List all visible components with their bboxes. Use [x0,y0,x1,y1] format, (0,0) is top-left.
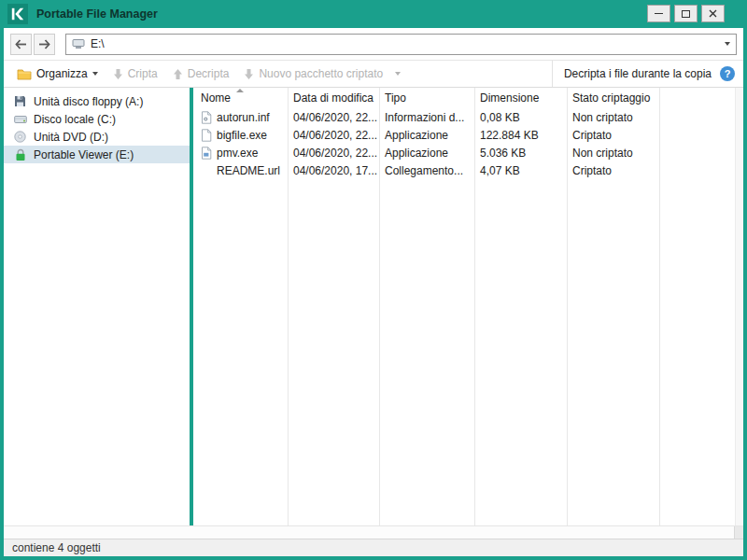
maximize-button[interactable] [674,5,698,22]
file-encryption-status: Criptato [567,164,659,177]
chevron-down-icon [92,72,98,76]
file-encryption-status: Non criptato [567,111,659,124]
encrypt-arrow-down-icon [113,68,123,80]
close-icon [709,9,717,18]
back-arrow-icon [15,39,27,49]
address-text: E:\ [91,37,105,50]
titlebar[interactable]: Portable File Manager [0,0,747,28]
file-row-bigfile-exe[interactable]: bigfile.exe 04/06/2020, 22... Applicazio… [193,126,743,144]
organizza-button[interactable]: Organizza [9,63,106,85]
window-body: E:\ Organizza Cripta Decripta Nuo [4,28,743,556]
column-separator [659,88,660,525]
chevron-down-icon[interactable] [725,42,730,46]
filelist-header: Nome Data di modifica Tipo Dimensione St… [193,88,743,108]
content-area: Unità disco floppy (A:) Disco locale (C:… [4,88,743,525]
column-header-stato-criptaggio[interactable]: Stato criptaggio [567,91,659,105]
dvd-icon [13,131,27,143]
file-row-autorun-inf[interactable]: autorun.inf 04/06/2020, 22... Informazio… [193,108,743,126]
decrypt-arrow-up-icon [173,68,183,80]
nuovo-pacchetto-label: Nuovo pacchetto criptato [259,67,383,80]
drive-icon [72,38,85,49]
decripta-button[interactable]: Decripta [165,63,237,85]
drive-tree: Unità disco floppy (A:) Disco locale (C:… [4,88,190,525]
portable-file-manager-window: Portable File Manager E:\ [0,0,747,560]
config-file-icon [200,111,212,124]
chevron-down-icon [395,72,401,76]
file-name-cell: pmv.exe [193,147,288,160]
decripta-copia-label: Decripta i file durante la copia [564,67,712,80]
file-name: README.url [217,164,280,177]
horizontal-scrollbar[interactable] [4,525,743,539]
column-header-dimensione[interactable]: Dimensione [474,91,567,105]
drive-label: Disco locale (C:) [34,113,116,126]
toolbar: Organizza Cripta Decripta Nuovo pacchett… [4,60,743,88]
sort-ascending-icon [236,89,244,92]
window-title: Portable File Manager [36,7,158,21]
column-header-nome[interactable]: Nome [193,91,288,105]
column-separator [288,88,289,525]
sidebar-item-local-c[interactable]: Disco locale (C:) [4,110,190,128]
minimize-button[interactable] [647,5,670,22]
navigation-bar: E:\ [4,28,743,60]
decripta-label: Decripta [188,67,230,80]
drive-label: Portable Viewer (E:) [34,148,134,161]
file-list: Nome Data di modifica Tipo Dimensione St… [193,88,743,525]
kaspersky-logo-icon [7,4,28,24]
file-name-cell: autorun.inf [193,111,288,124]
floppy-icon [13,95,27,107]
package-arrow-down-icon [244,68,254,80]
address-bar[interactable]: E:\ [65,34,737,55]
help-icon[interactable]: ? [720,66,735,81]
maximize-icon [682,10,690,18]
file-name-cell: README.url [193,164,288,177]
sidebar-item-dvd-d[interactable]: Unità DVD (D:) [4,128,190,146]
file-modified: 04/06/2020, 22... [288,129,379,142]
file-type: Collegamento... [379,164,474,177]
file-size: 5.036 KB [474,147,567,160]
file-size: 4,07 KB [474,164,567,177]
column-header-data-di-modifica[interactable]: Data di modifica [288,91,379,105]
file-modified: 04/06/2020, 22... [288,111,379,124]
file-encryption-status: Criptato [567,129,659,142]
column-separator [567,88,568,525]
nuovo-pacchetto-criptato-button[interactable]: Nuovo pacchetto criptato [236,63,408,85]
file-modified: 04/06/2020, 22... [288,147,379,160]
scrollbar-corner [734,526,743,539]
file-icon [200,129,212,142]
file-size: 122.884 KB [474,129,567,142]
column-separator [474,88,475,525]
file-name: autorun.inf [217,111,270,124]
forward-arrow-icon [38,39,50,49]
file-modified: 04/06/2020, 17... [288,164,379,177]
status-bar: contiene 4 oggetti [4,539,743,556]
close-button[interactable] [701,5,725,22]
application-icon [200,147,212,160]
file-type: Informazioni d... [379,111,474,124]
vertical-scrollbar[interactable] [735,88,743,525]
sidebar-item-floppy-a[interactable]: Unità disco floppy (A:) [4,92,190,110]
drive-label: Unità disco floppy (A:) [34,95,143,108]
file-name: pmv.exe [217,147,258,160]
file-row-pmv-exe[interactable]: pmv.exe 04/06/2020, 22... Applicazione 5… [193,144,743,161]
file-encryption-status: Non criptato [567,147,659,160]
status-text: contiene 4 oggetti [12,541,101,554]
column-header-tipo[interactable]: Tipo [379,91,474,105]
minimize-icon [655,13,663,14]
file-type: Applicazione [379,147,474,160]
back-button[interactable] [10,34,32,55]
organizza-label: Organizza [36,67,88,80]
file-type: Applicazione [379,129,474,142]
forward-button[interactable] [34,34,55,55]
file-name-cell: bigfile.exe [193,129,288,142]
hdd-icon [13,114,27,125]
file-size: 0,08 KB [474,111,567,124]
folder-icon [17,68,32,80]
cripta-label: Cripta [128,67,158,80]
drive-label: Unità DVD (D:) [34,131,108,144]
column-separator [379,88,380,525]
file-row-readme-url[interactable]: README.url 04/06/2020, 17... Collegament… [193,161,743,179]
sidebar-item-portable-viewer-e[interactable]: Portable Viewer (E:) [4,146,190,163]
file-name: bigfile.exe [217,129,267,142]
cripta-button[interactable]: Cripta [106,63,165,85]
toolbar-right-group: Decripta i file durante la copia ? [552,61,738,87]
